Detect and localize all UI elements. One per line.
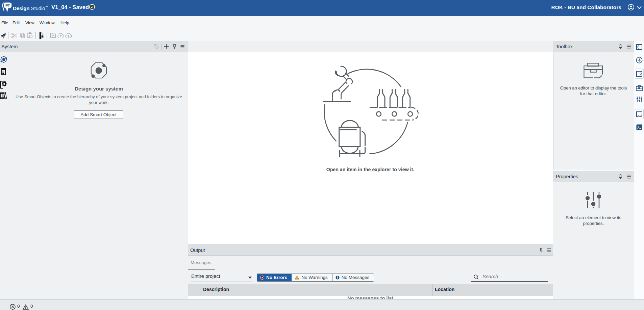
svg-text:FT: FT [5,3,10,8]
